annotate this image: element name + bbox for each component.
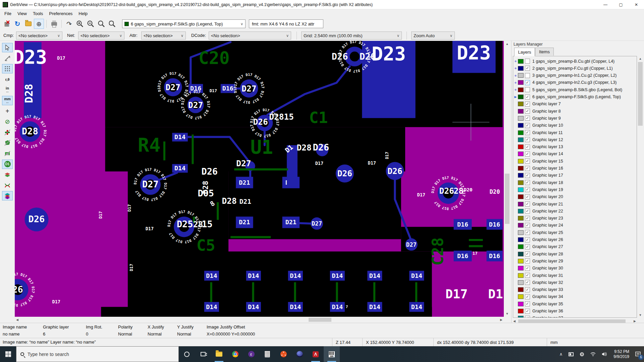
layer-row-4[interactable]: ◆✓4 gaps_sipm_preamp-In2.Cu.g3 (Copper, … bbox=[513, 79, 637, 86]
layer-row-17[interactable]: ✓Graphic layer 17 bbox=[513, 172, 637, 179]
start-button[interactable] bbox=[0, 346, 16, 362]
layer-visibility-checkbox[interactable]: ✓ bbox=[525, 301, 530, 306]
grid-select[interactable]: Grid: 2.5400 mm (100.00 mils)∨ bbox=[301, 32, 402, 40]
layer-visibility-checkbox[interactable]: ✓ bbox=[525, 223, 530, 228]
scroll-right-icon[interactable]: ▶ bbox=[634, 319, 636, 323]
layer-visibility-checkbox[interactable]: ✓ bbox=[525, 102, 530, 107]
layer-visibility-checkbox[interactable]: ✓ bbox=[525, 166, 530, 171]
zoom-out-button[interactable] bbox=[86, 19, 96, 29]
layer-row-34[interactable]: ✓Graphic layer 34 bbox=[513, 293, 637, 300]
attr-select[interactable]: <No selection>∨ bbox=[141, 32, 186, 40]
layer-color-swatch[interactable] bbox=[518, 137, 524, 142]
layer-row-9[interactable]: ✓Graphic layer 9 bbox=[513, 115, 637, 122]
layer-visibility-checkbox[interactable]: ✓ bbox=[525, 294, 530, 299]
layer-row-14[interactable]: ✓Graphic layer 14 bbox=[513, 150, 637, 158]
layer-color-swatch[interactable] bbox=[518, 123, 524, 128]
layer-visibility-checkbox[interactable]: ✓ bbox=[525, 208, 530, 214]
chrome-taskbar-icon[interactable] bbox=[227, 346, 243, 362]
layer-color-swatch[interactable] bbox=[518, 130, 524, 135]
show-dcodes-button[interactable]: D1 bbox=[2, 160, 13, 169]
panel-vscrollbar[interactable]: ▲ ▼ bbox=[637, 56, 643, 318]
layer-visibility-checkbox[interactable]: ✓ bbox=[525, 180, 530, 185]
layer-color-swatch[interactable] bbox=[518, 273, 524, 278]
layer-row-7[interactable]: ✓Graphic layer 7 bbox=[513, 101, 637, 108]
layer-color-swatch[interactable] bbox=[518, 294, 524, 299]
layer-visibility-checkbox[interactable]: ✓ bbox=[525, 130, 530, 135]
flip-view-button[interactable] bbox=[2, 181, 13, 190]
layer-row-22[interactable]: ✓Graphic layer 22 bbox=[513, 207, 637, 215]
layer-color-swatch[interactable] bbox=[518, 159, 524, 164]
zoom-select[interactable]: Zoom Auto∨ bbox=[411, 32, 455, 40]
layer-visibility-checkbox[interactable]: ✓ bbox=[525, 80, 530, 85]
layer-visibility-checkbox[interactable]: ✓ bbox=[525, 244, 530, 249]
tab-layers[interactable]: Layers bbox=[514, 48, 535, 56]
zoom-fit-button[interactable] bbox=[96, 19, 106, 29]
net-select[interactable]: <No selection>∨ bbox=[78, 32, 124, 40]
layer-color-swatch[interactable] bbox=[518, 152, 524, 156]
layer-color-swatch[interactable] bbox=[518, 302, 524, 306]
vscroll-thumb[interactable] bbox=[505, 174, 509, 224]
layer-row-15[interactable]: ✓Graphic layer 15 bbox=[513, 158, 637, 165]
layer-visibility-checkbox[interactable]: ✓ bbox=[525, 137, 530, 142]
hide-lines-button[interactable] bbox=[2, 128, 13, 137]
layer-row-13[interactable]: ✓Graphic layer 13 bbox=[513, 143, 637, 150]
layer-row-16[interactable]: ✓Graphic layer 16 bbox=[513, 165, 637, 172]
layer-color-swatch[interactable] bbox=[518, 166, 524, 171]
layer-row-18[interactable]: ✓Graphic layer 18 bbox=[513, 179, 637, 186]
layer-color-swatch[interactable] bbox=[518, 202, 524, 206]
clock[interactable]: 9:52 PM 9/9/2019 bbox=[613, 349, 629, 359]
scroll-left-icon[interactable]: ◀ bbox=[16, 318, 18, 321]
layer-row-28[interactable]: ✓Graphic layer 28 bbox=[513, 250, 637, 257]
layer-row-12[interactable]: ✓Graphic layer 12 bbox=[513, 136, 637, 143]
maximize-button[interactable]: ▢ bbox=[613, 0, 629, 9]
scroll-up-icon[interactable]: ▲ bbox=[637, 57, 643, 60]
menu-view[interactable]: View bbox=[14, 10, 30, 17]
layer-visibility-checkbox[interactable]: ✓ bbox=[525, 258, 530, 263]
panel-vscroll-thumb[interactable] bbox=[638, 62, 643, 126]
layer-row-35[interactable]: ✓Graphic layer 35 bbox=[513, 300, 637, 307]
layer-color-swatch[interactable] bbox=[518, 187, 524, 192]
layer-row-24[interactable]: ✓Graphic layer 24 bbox=[513, 222, 637, 229]
layer-row-5[interactable]: ◆5 gaps_sipm_preamp-B.SilkS.gbo (Legend,… bbox=[513, 86, 637, 93]
layer-color-swatch[interactable] bbox=[518, 87, 524, 92]
layer-color-swatch[interactable] bbox=[518, 209, 524, 214]
zoom-selection-button[interactable] bbox=[107, 19, 117, 29]
layer-row-21[interactable]: ✓Graphic layer 21 bbox=[513, 200, 637, 207]
layer-color-swatch[interactable] bbox=[518, 80, 524, 85]
layer-color-swatch[interactable] bbox=[518, 252, 524, 256]
layer-visibility-checkbox[interactable]: ✓ bbox=[525, 201, 530, 206]
layer-visibility-checkbox[interactable]: ✓ bbox=[525, 266, 530, 271]
layer-visibility-checkbox[interactable]: ✓ bbox=[525, 287, 530, 292]
cursor-shape-button[interactable]: + bbox=[2, 107, 13, 116]
cmp-select[interactable]: <No selection>∨ bbox=[16, 32, 62, 40]
notification-center-icon[interactable]: 6 bbox=[633, 346, 644, 362]
layer-row-6[interactable]: ▶✓6 gaps_sipm_preamp-F.SilkS.gto (Legend… bbox=[513, 94, 637, 101]
layer-row-30[interactable]: ✓Graphic layer 30 bbox=[513, 265, 637, 272]
diff-mode-button[interactable] bbox=[2, 170, 13, 179]
layer-visibility-checkbox[interactable] bbox=[525, 73, 530, 78]
layer-visibility-checkbox[interactable]: ✓ bbox=[525, 66, 530, 71]
layer-row-19[interactable]: ✓Graphic layer 19 bbox=[513, 186, 637, 193]
layer-row-26[interactable]: ✓Graphic layer 26 bbox=[513, 236, 637, 243]
scroll-down-icon[interactable]: ▼ bbox=[637, 313, 643, 317]
layer-color-swatch[interactable] bbox=[518, 59, 524, 64]
layer-color-swatch[interactable] bbox=[518, 266, 524, 270]
menu-file[interactable]: File bbox=[1, 10, 14, 17]
layer-color-swatch[interactable] bbox=[518, 173, 524, 178]
layer-row-10[interactable]: ✓Graphic layer 10 bbox=[513, 122, 637, 129]
scroll-down-icon[interactable]: ▼ bbox=[504, 312, 511, 315]
taskbar-search[interactable]: Type here to search bbox=[16, 346, 179, 362]
layer-color-swatch[interactable] bbox=[518, 180, 524, 185]
active-layer-select[interactable]: 6 gaps_sipm_preamp-F.SilkS.gto (Legend, … bbox=[122, 19, 246, 28]
layer-row-2[interactable]: ◆✓2 gaps_sipm_preamp-F.Cu.gtl (Copper, L… bbox=[513, 65, 637, 72]
layer-visibility-checkbox[interactable]: ✓ bbox=[525, 251, 530, 256]
scroll-left-icon[interactable]: ◀ bbox=[513, 319, 516, 323]
gerber-canvas[interactable]: D14D14D21D21D21D21D16D16D16D16D16D16D14D… bbox=[15, 41, 504, 317]
layer-visibility-checkbox[interactable]: ✓ bbox=[525, 216, 530, 221]
layer-row-25[interactable]: ✓Graphic layer 25 bbox=[513, 229, 637, 236]
layer-row-33[interactable]: ✓Graphic layer 33 bbox=[513, 286, 637, 293]
task-view-taskbar-icon[interactable] bbox=[195, 346, 211, 362]
layer-row-1[interactable]: ◆1 gaps_sipm_preamp-B.Cu.gbl (Copper, L4… bbox=[513, 58, 637, 65]
gerbview-taskbar-icon[interactable]: GBR bbox=[324, 346, 340, 362]
canvas-vscrollbar[interactable]: ▲ ▼ bbox=[504, 41, 511, 317]
